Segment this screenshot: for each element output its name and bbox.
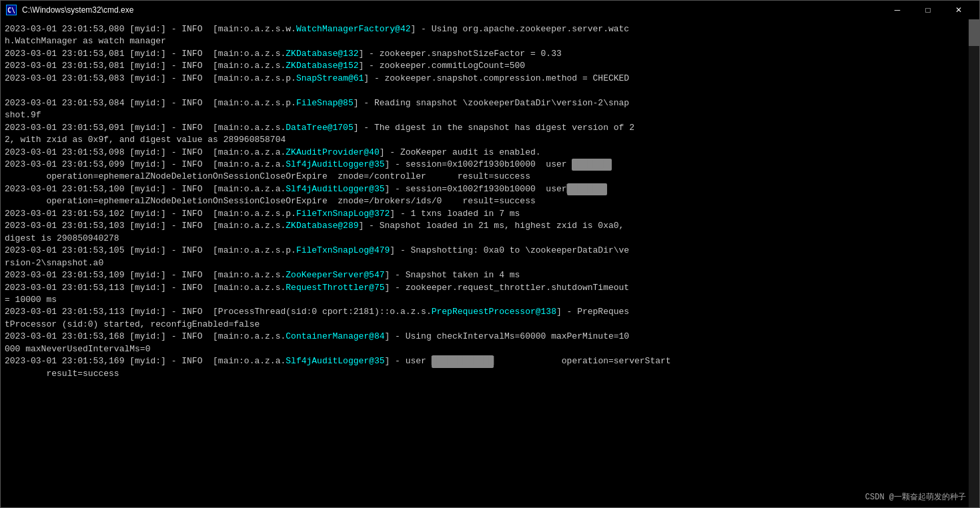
scrollbar[interactable]: [969, 19, 979, 507]
log-line: 2023-03-01 23:01:53,169 [myid:] - INFO […: [5, 355, 975, 380]
log-line: 2023-03-01 23:01:53,098 [myid:] - INFO […: [5, 147, 975, 159]
log-line: 2023-03-01 23:01:53,080 [myid:] - INFO […: [5, 23, 975, 48]
log-line: 2023-03-01 23:01:53,084 [myid:] - INFO […: [5, 97, 975, 122]
cmd-icon: C\: [6, 5, 17, 15]
svg-text:C\: C\: [7, 7, 15, 14]
log-line: 2023-03-01 23:01:53,113 [myid:] - INFO […: [5, 282, 975, 307]
window-title: C:\Windows\system32\cmd.exe: [22, 5, 133, 15]
cmd-window: C\ C:\Windows\system32\cmd.exe ─ □ ✕ 202…: [0, 0, 980, 508]
log-line: 2023-03-01 23:01:53,099 [myid:] - INFO […: [5, 159, 975, 183]
log-line: [5, 85, 975, 97]
log-lines: 2023-03-01 23:01:53,080 [myid:] - INFO […: [2, 22, 978, 381]
log-line: 2023-03-01 23:01:53,102 [myid:] - INFO […: [5, 208, 975, 220]
log-line: 2023-03-01 23:01:53,081 [myid:] - INFO […: [5, 48, 975, 60]
log-line: 2023-03-01 23:01:53,100 [myid:] - INFO […: [5, 183, 975, 208]
terminal-body: 2023-03-01 23:01:53,080 [myid:] - INFO […: [1, 19, 979, 507]
title-bar-left: C\ C:\Windows\system32\cmd.exe: [6, 5, 133, 15]
log-line: 2023-03-01 23:01:53,083 [myid:] - INFO […: [5, 73, 975, 85]
scrollbar-thumb[interactable]: [969, 19, 979, 46]
log-line: 2023-03-01 23:01:53,168 [myid:] - INFO […: [5, 331, 975, 355]
watermark: CSDN @一颗奋起萌发的种子: [865, 492, 966, 503]
maximize-button[interactable]: □: [913, 1, 943, 19]
log-line: 2023-03-01 23:01:53,103 [myid:] - INFO […: [5, 220, 975, 245]
title-bar: C\ C:\Windows\system32\cmd.exe ─ □ ✕: [1, 1, 979, 19]
window-controls: ─ □ ✕: [882, 1, 974, 19]
log-line: 2023-03-01 23:01:53,113 [myid:] - INFO […: [5, 306, 975, 331]
log-line: 2023-03-01 23:01:53,091 [myid:] - INFO […: [5, 122, 975, 147]
log-line: 2023-03-01 23:01:53,105 [myid:] - INFO […: [5, 245, 975, 269]
close-button[interactable]: ✕: [943, 1, 974, 19]
log-line: 2023-03-01 23:01:53,109 [myid:] - INFO […: [5, 269, 975, 281]
log-line: 2023-03-01 23:01:53,081 [myid:] - INFO […: [5, 60, 975, 72]
minimize-button[interactable]: ─: [882, 1, 913, 19]
